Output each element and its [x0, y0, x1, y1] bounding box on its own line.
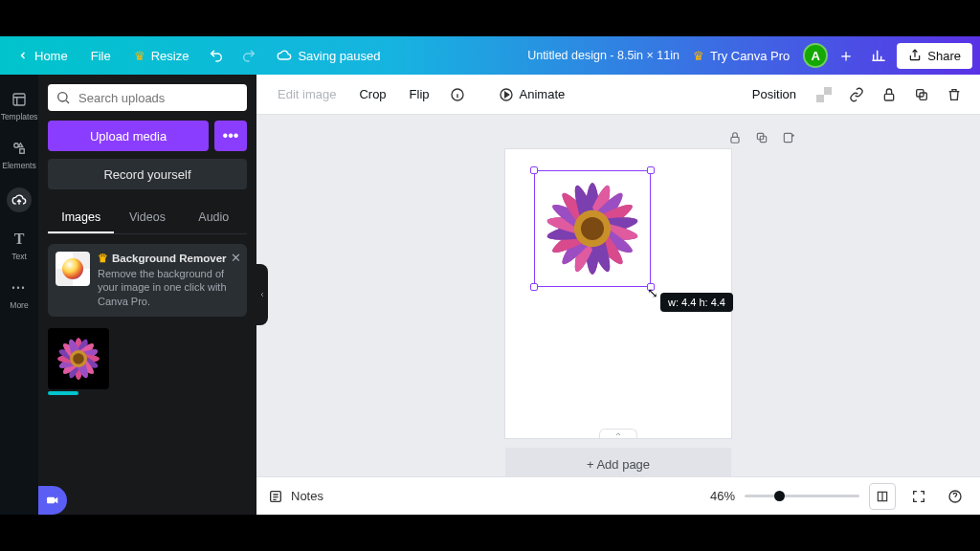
- copy-icon: [755, 131, 768, 144]
- svg-point-21: [73, 353, 84, 364]
- crown-icon: ♛: [693, 49, 704, 63]
- upload-more-button[interactable]: •••: [214, 121, 247, 151]
- templates-icon: [10, 90, 29, 109]
- avatar[interactable]: A: [803, 43, 828, 68]
- file-menu[interactable]: File: [81, 43, 121, 69]
- trash-icon: [947, 87, 962, 102]
- fullscreen-button[interactable]: [905, 483, 932, 510]
- promo-close-button[interactable]: ✕: [231, 250, 241, 267]
- upload-thumbnail[interactable]: [48, 328, 109, 389]
- animate-icon: [499, 87, 514, 102]
- svg-rect-28: [884, 94, 893, 100]
- crop-button[interactable]: Crop: [349, 81, 395, 107]
- text-icon: T: [10, 230, 29, 249]
- resize-handle-tr[interactable]: [647, 166, 655, 174]
- tab-videos[interactable]: Videos: [114, 203, 180, 233]
- help-button[interactable]: [942, 483, 969, 510]
- selection-box[interactable]: [534, 170, 651, 287]
- side-rail: Templates Elements T Text ••• More: [0, 75, 38, 515]
- promo-thumb: [56, 252, 90, 286]
- flip-button[interactable]: Flip: [400, 81, 439, 107]
- crown-icon: ♛: [134, 49, 145, 63]
- sidebar-item-elements[interactable]: Elements: [0, 131, 38, 178]
- link-button[interactable]: [842, 80, 871, 109]
- cloud-upload-icon: [7, 187, 32, 212]
- video-icon: [45, 493, 60, 508]
- resize-handle-bl[interactable]: [530, 283, 538, 291]
- undo-button[interactable]: [202, 41, 231, 70]
- share-icon: [908, 49, 922, 62]
- info-button[interactable]: [443, 80, 472, 109]
- resize-button[interactable]: ♛ Resize: [124, 43, 199, 69]
- page-lock-button[interactable]: [725, 128, 745, 147]
- promo-body: Remove the background of your image in o…: [98, 267, 239, 310]
- home-button[interactable]: Home: [8, 43, 78, 69]
- link-icon: [849, 87, 864, 102]
- document-title[interactable]: Untitled design - 8.5in × 11in: [527, 49, 679, 62]
- sidebar-item-uploads[interactable]: [0, 180, 38, 220]
- add-page-button[interactable]: + Add page: [505, 448, 731, 476]
- zoom-thumb[interactable]: [774, 491, 785, 501]
- zoom-slider[interactable]: [745, 495, 859, 497]
- page-duplicate-button[interactable]: [752, 128, 771, 147]
- elements-icon: [10, 139, 29, 158]
- svg-point-3: [58, 93, 67, 101]
- sidebar-item-templates[interactable]: Templates: [0, 82, 38, 129]
- copy-icon: [914, 87, 929, 102]
- record-yourself-button[interactable]: Record yourself: [48, 159, 247, 189]
- more-icon: •••: [10, 278, 29, 298]
- search-uploads[interactable]: [48, 84, 247, 111]
- lock-icon: [728, 131, 742, 144]
- transparency-button[interactable]: [810, 80, 838, 109]
- notes-button[interactable]: Notes: [268, 489, 323, 504]
- create-button[interactable]: ＋: [832, 41, 860, 70]
- lock-icon: [881, 87, 897, 102]
- search-icon: [56, 90, 71, 105]
- svg-point-54: [581, 217, 604, 240]
- tab-images[interactable]: Images: [48, 203, 114, 233]
- svg-rect-0: [13, 94, 25, 105]
- try-canva-pro-button[interactable]: ♛ Try Canva Pro: [683, 43, 799, 69]
- crown-icon: ♛: [98, 252, 108, 267]
- animate-button[interactable]: Animate: [489, 81, 575, 108]
- bar-chart-icon: [871, 48, 886, 63]
- add-page-icon: [782, 131, 795, 144]
- record-video-fab[interactable]: [38, 486, 67, 515]
- svg-rect-26: [816, 87, 824, 95]
- svg-rect-34: [784, 133, 791, 142]
- tab-audio[interactable]: Audio: [181, 203, 247, 233]
- notes-icon: [268, 489, 283, 504]
- sidebar-item-text[interactable]: T Text: [0, 222, 38, 269]
- page-actions: [725, 128, 798, 147]
- redo-button[interactable]: [234, 41, 263, 70]
- lock-button[interactable]: [875, 80, 903, 109]
- insights-button[interactable]: [864, 41, 893, 70]
- home-label: Home: [34, 49, 68, 63]
- edit-image-button[interactable]: Edit image: [268, 81, 345, 107]
- expand-icon: [911, 489, 926, 504]
- canvas-stage[interactable]: ⤡ w: 4.4 h: 4.4 + Add page: [256, 115, 980, 476]
- page-list-handle[interactable]: [599, 429, 637, 438]
- zoom-percent: 46%: [710, 489, 735, 503]
- chevron-left-icon: [17, 50, 29, 61]
- share-button[interactable]: Share: [897, 43, 972, 69]
- resize-handle-tl[interactable]: [530, 166, 538, 174]
- duplicate-button[interactable]: [907, 80, 936, 109]
- upload-progress-bar: [48, 391, 78, 395]
- page-add-button[interactable]: [779, 128, 798, 147]
- chevron-up-icon: [613, 430, 623, 438]
- background-remover-promo[interactable]: ♛ Background Remover Remove the backgrou…: [48, 244, 247, 317]
- save-status[interactable]: Saving paused: [267, 42, 390, 69]
- search-input[interactable]: [78, 91, 239, 105]
- delete-button[interactable]: [940, 80, 969, 109]
- canvas-column: Edit image Crop Flip Animate Position: [256, 75, 980, 515]
- promo-title: ♛ Background Remover: [98, 252, 239, 267]
- svg-rect-27: [824, 95, 832, 102]
- uploads-panel: Upload media ••• Record yourself Images …: [38, 75, 256, 515]
- upload-media-button[interactable]: Upload media: [48, 121, 209, 151]
- position-button[interactable]: Position: [743, 81, 806, 107]
- sidebar-item-more[interactable]: ••• More: [0, 271, 38, 318]
- uploads-tabs: Images Videos Audio: [48, 203, 247, 234]
- fit-button[interactable]: [869, 483, 896, 510]
- resize-cursor-icon: ⤡: [647, 285, 658, 300]
